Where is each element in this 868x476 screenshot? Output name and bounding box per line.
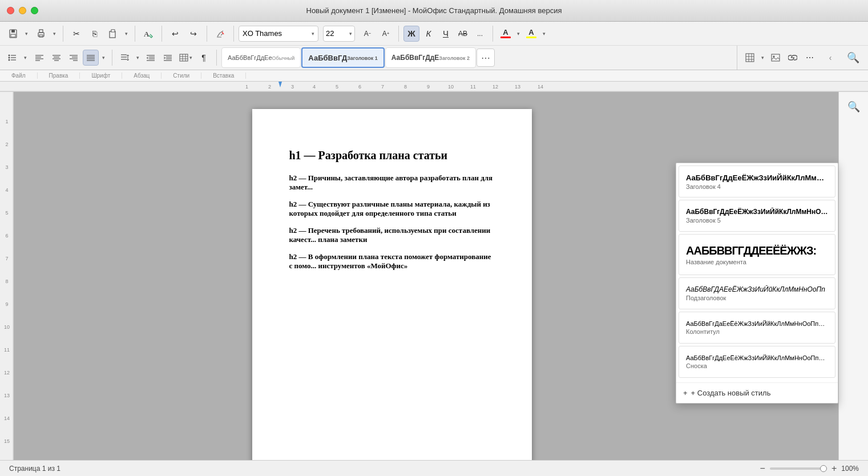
underline-btn[interactable]: Ч <box>438 26 454 42</box>
pilcrow-btn[interactable]: ¶ <box>196 50 212 66</box>
style-h1[interactable]: АаБбВвГД Заголовок 1 <box>301 47 384 68</box>
font-color-indicator <box>500 37 511 38</box>
file-save-btn[interactable] <box>5 26 22 42</box>
italic-btn[interactable]: К <box>421 26 437 42</box>
align-justify-btn[interactable] <box>83 50 99 66</box>
align-right-btn[interactable] <box>66 50 82 66</box>
line-spacing-btn[interactable] <box>117 50 133 66</box>
svg-text:9: 9 <box>427 84 430 90</box>
align-left-btn[interactable] <box>31 50 47 66</box>
zoom-thumb[interactable] <box>820 465 827 472</box>
highlight-dropdown[interactable]: ▾ <box>540 26 548 42</box>
font-label: Шрифт <box>80 72 122 79</box>
increase-size-btn[interactable]: A+ <box>378 26 394 42</box>
paste-btn[interactable] <box>104 26 122 42</box>
bullet-list-btn[interactable] <box>5 50 21 66</box>
collapse-toolbar-btn[interactable]: ‹ <box>822 50 838 66</box>
spell-btn[interactable]: A <box>140 26 157 42</box>
style-item-sub[interactable]: АаБбВвГДАЕеЁЖжЗзИиЙйКкЛлМмНнОоПп Подзаго… <box>679 277 835 309</box>
print-btn[interactable] <box>33 26 50 42</box>
undo-btn[interactable]: ↩ <box>167 26 184 42</box>
zoom-slider[interactable] <box>770 467 827 470</box>
more-format-btn[interactable]: ... <box>472 26 488 42</box>
style-item-h4[interactable]: АаБбВвГгДдЕеЁЖжЗзИиЙйКкЛлМмНнОо Заголово… <box>679 166 835 197</box>
indent-increase-btn[interactable] <box>160 50 176 66</box>
style-h2[interactable]: АаБбВвГгДдЕ Заголовок 2 <box>385 47 476 68</box>
sep2 <box>135 26 135 42</box>
svg-point-14 <box>9 59 10 61</box>
redo-btn[interactable]: ↪ <box>185 26 202 42</box>
clipboard-group: ✂ ⎘ ▾ <box>68 26 130 42</box>
style-item-h5[interactable]: АаБбВвГгДдЕеЁЖжЗзИиЙйКкЛлМмНнОоПш Заголо… <box>679 200 835 232</box>
svg-text:12: 12 <box>4 370 10 376</box>
table-btn[interactable]: ▾ <box>177 50 195 66</box>
search-panel-btn[interactable]: 🔍 <box>843 96 864 117</box>
highlight-btn[interactable]: А <box>523 26 539 42</box>
styles-more-btn[interactable]: ⋯ <box>477 49 495 67</box>
create-style-btn[interactable]: + + Создать новый стиль <box>676 382 838 403</box>
decrease-size-btn[interactable]: A− <box>360 26 376 42</box>
bold-btn[interactable]: Ж <box>403 26 419 42</box>
style-h5-name: Заголовок 5 <box>686 217 828 224</box>
minimize-button[interactable] <box>19 7 26 14</box>
paste-dropdown-btn[interactable]: ▾ <box>123 26 130 42</box>
close-button[interactable] <box>7 7 14 14</box>
svg-text:1: 1 <box>5 119 8 124</box>
more-insert-btn[interactable]: ⋯ <box>802 50 818 66</box>
style-item-footnote[interactable]: АаБбВвГгДдЕеЁёЖжЗзИиЙйКкЛлМмНнОоПпРрС Сн… <box>679 346 835 378</box>
font-selector[interactable]: XO Thames ▾ <box>239 26 318 42</box>
style-item-footer[interactable]: АаБбВвГгДаЕеЁёЖжЗзИиЙйКкЛлМмНнОоПпРрСсТр… <box>679 312 835 344</box>
ruler-svg: 1 2 3 4 5 6 7 8 9 10 11 12 13 14 <box>0 82 868 92</box>
indent-decrease-btn[interactable] <box>143 50 159 66</box>
svg-text:1: 1 <box>245 84 248 90</box>
align-dropdown[interactable]: ▾ <box>100 50 107 66</box>
font-name-display: XO Thames <box>243 29 282 38</box>
spacing-dropdown[interactable]: ▾ <box>134 50 142 66</box>
font-color-dropdown[interactable]: ▾ <box>515 26 522 42</box>
strikethrough-btn[interactable]: АВ <box>455 26 471 42</box>
bullet-list-dropdown[interactable]: ▾ <box>22 50 29 66</box>
copy-btn[interactable]: ⎘ <box>86 26 103 42</box>
svg-marker-71 <box>278 82 282 87</box>
svg-text:3: 3 <box>5 164 8 170</box>
table-insert-dropdown[interactable]: ▾ <box>759 50 766 66</box>
image-insert-btn[interactable] <box>768 50 784 66</box>
style-h4-preview: АаБбВвГгДдЕеЁЖжЗзИиЙйКкЛлМмНнОо <box>686 174 828 182</box>
font-size-display: 22 <box>326 29 334 38</box>
maximize-button[interactable] <box>31 7 38 14</box>
file-group: ▾ <box>5 26 30 42</box>
zoom-minus-btn[interactable]: − <box>760 463 765 474</box>
styles-label-row: Стили <box>162 72 201 79</box>
svg-text:14: 14 <box>538 84 543 90</box>
svg-text:8: 8 <box>5 279 8 284</box>
style-item-docname[interactable]: ААББВВГГДДЕЕЁЁЖЖЗ: Название документа <box>679 234 835 275</box>
doc-para-1: h2 — Причины, заставляющие автора разраб… <box>289 174 495 192</box>
right-panel: 🔍 <box>838 92 868 476</box>
list-group: ▾ <box>5 50 29 66</box>
create-style-plus: + <box>683 389 688 397</box>
search-side-btn[interactable]: 🔍 <box>843 47 863 68</box>
font-color-btn[interactable]: А <box>498 26 514 42</box>
svg-rect-48 <box>746 54 754 62</box>
cut-btn[interactable]: ✂ <box>68 26 85 42</box>
size-selector[interactable]: 22 ▾ <box>323 26 355 42</box>
align-center-btn[interactable] <box>49 50 64 66</box>
clear-fmt-btn[interactable] <box>212 26 229 42</box>
app-window: Новый документ 1 [Изменен] - МойОфис Ста… <box>0 0 868 476</box>
style-sub-preview: АаБбВвГДАЕеЁЖжЗзИиЙйКкЛлМмНнОоПп <box>686 285 828 293</box>
table-insert-btn[interactable] <box>742 50 758 66</box>
sep9 <box>216 50 217 66</box>
spacing-group: ▾ ▾ ¶ <box>117 50 212 66</box>
zoom-plus-btn[interactable]: + <box>831 463 837 474</box>
sep8 <box>112 50 112 66</box>
print-dropdown-btn[interactable]: ▾ <box>51 26 58 42</box>
style-normal[interactable]: АаБбВвГгДдЕе Обычный <box>221 47 301 68</box>
style-footnote-name: Сноска <box>686 362 828 369</box>
svg-text:2: 2 <box>5 142 8 147</box>
link-insert-btn[interactable] <box>785 50 801 66</box>
svg-text:11: 11 <box>470 84 476 90</box>
sep4 <box>207 26 207 42</box>
styles-popup: АаБбВвГгДдЕеЁЖжЗзИиЙйКкЛлМмНнОо Заголово… <box>676 163 838 404</box>
file-dropdown-btn[interactable]: ▾ <box>23 26 30 42</box>
styles-popup-scroll[interactable]: АаБбВвГгДдЕеЁЖжЗзИиЙйКкЛлМмНнОо Заголово… <box>676 163 838 382</box>
